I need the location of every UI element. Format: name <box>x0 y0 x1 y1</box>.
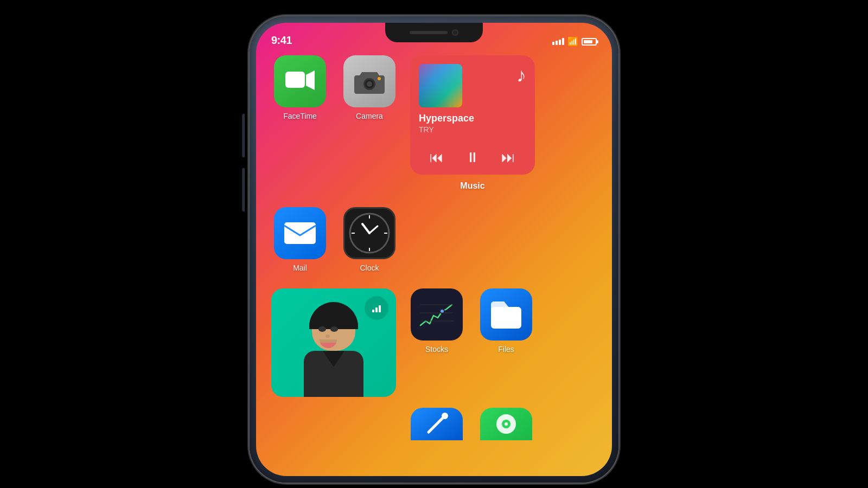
svg-point-4 <box>367 81 372 87</box>
instruments-icon <box>411 408 463 440</box>
svg-marker-1 <box>306 70 315 90</box>
pause-button[interactable]: ⏸ <box>465 149 480 166</box>
signal-bar-3 <box>559 40 561 45</box>
clock-icon <box>343 207 395 259</box>
stocks-app[interactable]: Stocks <box>408 288 465 354</box>
app-row-4 <box>271 408 597 440</box>
files-label: Files <box>498 345 514 354</box>
findmy-app[interactable] <box>477 408 535 440</box>
album-art-overlay <box>419 64 462 107</box>
rewind-button[interactable]: ⏮ <box>430 149 444 166</box>
status-time: 9:41 <box>271 34 292 47</box>
volume-down-button[interactable] <box>242 168 245 211</box>
stocks-icon <box>411 288 463 341</box>
camera-label: Camera <box>356 112 383 120</box>
music-song-title: Hyperspace <box>419 113 526 124</box>
music-widget-wrapper: ♪ Hyperspace TRY ⏮ ⏸ ⏭ <box>410 55 535 191</box>
music-controls: ⏮ ⏸ ⏭ <box>419 149 526 166</box>
svg-point-27 <box>505 422 508 426</box>
memoji-icon <box>271 288 396 397</box>
signal-bar-2 <box>556 41 558 45</box>
app-row-3: Stocks Files <box>271 288 597 397</box>
notch <box>385 23 483 42</box>
music-song-artist: TRY <box>419 125 526 134</box>
files-app[interactable]: Files <box>477 288 535 354</box>
clock-app[interactable]: Clock <box>341 207 398 272</box>
svg-rect-18 <box>416 294 457 335</box>
status-icons: 📶 <box>552 36 597 47</box>
spacer <box>271 408 396 440</box>
phone-screen: 9:41 📶 <box>256 23 612 476</box>
memoji-widget[interactable] <box>271 288 396 397</box>
facetime-label: FaceTime <box>283 112 317 120</box>
clock-label: Clock <box>360 264 379 272</box>
album-art-inner <box>419 64 462 107</box>
music-label: Music <box>460 181 484 191</box>
instruments-app[interactable] <box>408 408 465 440</box>
phone-frame: 9:41 📶 <box>250 16 618 483</box>
svg-line-23 <box>429 416 445 432</box>
app-row-1: FaceTime Came <box>271 55 597 191</box>
files-icon <box>480 288 532 341</box>
music-top-row: ♪ <box>419 64 526 107</box>
app-row-2: Mail <box>271 207 597 272</box>
music-note-icon: ♪ <box>516 64 526 87</box>
stocks-label: Stocks <box>425 345 448 354</box>
svg-point-5 <box>378 77 381 80</box>
music-info: Hyperspace TRY <box>419 111 526 142</box>
volume-up-button[interactable] <box>242 114 245 157</box>
phone-wrapper: 9:41 📶 <box>250 16 618 483</box>
mail-label: Mail <box>293 264 307 272</box>
svg-rect-17 <box>379 305 381 312</box>
speaker <box>410 31 448 34</box>
wifi-icon: 📶 <box>567 36 578 47</box>
app-grid: FaceTime Came <box>271 55 597 440</box>
mail-app[interactable]: Mail <box>271 207 329 272</box>
signal-bar-4 <box>562 38 564 45</box>
album-art <box>419 64 462 107</box>
svg-point-24 <box>442 413 448 419</box>
svg-rect-0 <box>285 72 305 88</box>
camera-app[interactable]: Camera <box>341 55 398 120</box>
findmy-icon <box>480 408 532 440</box>
battery-icon <box>582 38 597 46</box>
svg-rect-6 <box>284 222 316 244</box>
battery-fill <box>584 40 592 43</box>
fast-forward-button[interactable]: ⏭ <box>501 149 515 166</box>
signal-icon <box>552 38 564 45</box>
facetime-icon <box>274 55 326 107</box>
facetime-app[interactable]: FaceTime <box>271 55 329 120</box>
camera-icon <box>343 55 395 107</box>
front-camera <box>452 29 458 36</box>
mail-icon <box>274 207 326 259</box>
music-widget[interactable]: ♪ Hyperspace TRY ⏮ ⏸ ⏭ <box>410 55 535 175</box>
signal-bar-1 <box>552 42 554 45</box>
